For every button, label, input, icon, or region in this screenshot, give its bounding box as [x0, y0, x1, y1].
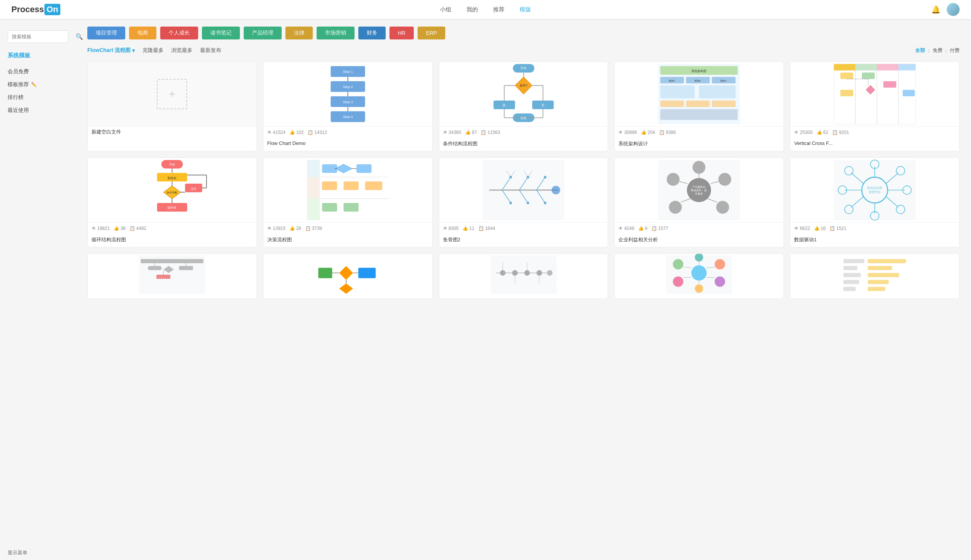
category-tabs: 项目管理 电商 个人成长 读书笔记 产品经理 法律 市场营销 财务 HR ERP — [87, 27, 959, 40]
svg-rect-56 — [903, 90, 915, 97]
sidebar-item-recommend[interactable]: 模板推荐 ✏️ — [8, 78, 68, 91]
svg-point-183 — [695, 285, 703, 293]
filter-latest[interactable]: 最新发布 — [200, 47, 221, 54]
template-card-blank[interactable]: + 新建空白文件 — [87, 62, 257, 152]
svg-text:Step 4: Step 4 — [343, 115, 353, 119]
svg-point-178 — [673, 259, 684, 270]
svg-rect-199 — [868, 280, 889, 284]
template-card-flowchart-demo[interactable]: Step 1 Step 2 Step 3 Step 4 👁 41524 👍 10… — [263, 62, 433, 152]
cat-btn-personal[interactable]: 个人成长 — [160, 27, 198, 40]
svg-point-180 — [715, 277, 726, 287]
sidebar-item-member-free[interactable]: 会员免费 — [8, 65, 68, 78]
template-card-enterprise-benefit[interactable]: 产品服务化 降低成本、提 升服务 — [614, 157, 784, 247]
svg-point-120 — [716, 201, 729, 213]
svg-text:模块A: 模块A — [669, 80, 675, 82]
template-card-fishbone2[interactable]: 👁 8305 👍 11 📋 1644 鱼骨图2 — [439, 157, 609, 247]
svg-text:模块C: 模块C — [721, 80, 727, 82]
template-card-loop-flow[interactable]: 开始 初始化 条件判断 循环体 返回 👁 19821 👍 38 📋 4492 循… — [87, 157, 257, 247]
vertical-cross-svg — [790, 62, 959, 126]
template-card-system-arch[interactable]: 系统架构层 模块A 模块B 模块C 👁 30899 👍 204 📋 9386 系… — [614, 62, 784, 152]
logo[interactable]: ProcessOn — [12, 4, 60, 15]
svg-rect-195 — [843, 287, 856, 291]
user-avatar[interactable] — [947, 3, 959, 16]
svg-rect-54 — [862, 72, 875, 79]
cat-btn-project[interactable]: 项目管理 — [87, 27, 125, 40]
filter-free[interactable]: 免费 — [933, 47, 943, 54]
row3-3-svg — [439, 254, 608, 295]
card-title-vertical-cross: Vertical Cross F... — [790, 138, 959, 150]
svg-rect-90 — [322, 203, 337, 212]
svg-point-168 — [512, 270, 518, 276]
main-layout: 🔍 系统模板 会员免费 模板推荐 ✏️ 排行榜 最近使用 项目管理 电商 个人成… — [0, 19, 971, 560]
nav-mine[interactable]: 我的 — [467, 6, 478, 13]
chevron-down-icon: ▾ — [132, 47, 135, 53]
sidebar-item-recent[interactable]: 最近使用 — [8, 104, 68, 117]
search-input[interactable] — [12, 34, 75, 40]
svg-rect-55 — [883, 81, 896, 88]
template-card-row3-3[interactable] — [439, 253, 609, 299]
svg-rect-82 — [307, 177, 320, 199]
template-card-vertical-cross[interactable]: 👁 25300 👍 62 📋 9201 Vertical Cross F... — [790, 62, 959, 152]
template-card-data-driven[interactable]: 专业化运营 管理平台 — [790, 157, 959, 247]
show-menu-bar[interactable]: 显示菜单 — [0, 546, 35, 560]
sidebar-item-recent-label: 最近使用 — [8, 107, 29, 114]
card-image-row3-4 — [614, 254, 784, 295]
stat-clones: 📋 1644 — [478, 226, 496, 231]
row3-4-svg — [614, 254, 784, 295]
header-right: 🔔 — [931, 3, 959, 16]
template-card-condition-flow[interactable]: 开始 条件? 是 否 结束 👁 34360 👍 87 📋 11563 条件结构流… — [439, 62, 609, 152]
svg-text:是: 是 — [502, 103, 506, 107]
card-title-fishbone2: 鱼骨图2 — [439, 234, 608, 247]
sidebar-item-member-free-label: 会员免费 — [8, 68, 29, 75]
sidebar-item-recommend-label: 模板推荐 — [8, 81, 29, 88]
filter-view-most[interactable]: 浏览最多 — [171, 47, 192, 54]
main-content: 项目管理 电商 个人成长 读书笔记 产品经理 法律 市场营销 财务 HR ERP… — [76, 19, 971, 560]
filter-clone-most[interactable]: 克隆最多 — [142, 47, 164, 54]
cat-btn-law[interactable]: 法律 — [285, 27, 313, 40]
sidebar-item-ranking[interactable]: 排行榜 — [8, 91, 68, 104]
card-stats-enterprise-benefit: 👁 4246 👍 6 📋 1577 — [614, 222, 784, 234]
template-card-row3-1[interactable] — [87, 253, 257, 299]
svg-rect-158 — [318, 268, 332, 278]
card-image-data-driven: 专业化运营 管理平台 — [790, 158, 959, 222]
template-card-row3-2[interactable] — [263, 253, 433, 299]
card-image-loop-flow: 开始 初始化 条件判断 循环体 返回 — [88, 158, 257, 222]
template-card-row3-5[interactable] — [790, 253, 959, 299]
stat-clones: 📋 4492 — [129, 226, 147, 231]
svg-rect-38 — [686, 100, 710, 107]
filter-bar: FlowChart 流程图 ▾ 克隆最多 浏览最多 最新发布 全部 | 免费 |… — [87, 47, 959, 54]
cat-btn-finance[interactable]: 财务 — [358, 27, 385, 40]
cat-btn-ecommerce[interactable]: 电商 — [129, 27, 157, 40]
svg-rect-53 — [841, 72, 853, 79]
nav-group[interactable]: 小组 — [440, 6, 451, 13]
svg-text:条件判断: 条件判断 — [167, 191, 177, 194]
template-card-decision-flow[interactable]: 👁 13915 👍 26 📋 3739 决策流程图 — [263, 157, 433, 247]
loop-flow-svg: 开始 初始化 条件判断 循环体 返回 — [88, 158, 257, 222]
stat-views: 👁 13915 — [267, 226, 285, 231]
cat-btn-notes[interactable]: 读书笔记 — [202, 27, 240, 40]
filter-paid[interactable]: 付费 — [950, 47, 959, 54]
nav-recommend[interactable]: 推荐 — [493, 6, 504, 13]
search-box[interactable]: 🔍 — [8, 30, 68, 43]
svg-text:降低成本、提: 降低成本、提 — [691, 189, 707, 192]
stat-views: 👁 19821 — [92, 226, 110, 231]
svg-rect-35 — [661, 85, 695, 98]
svg-rect-51 — [877, 64, 899, 70]
notification-bell-icon[interactable]: 🔔 — [931, 5, 941, 14]
svg-point-111 — [527, 202, 529, 205]
template-card-row3-4[interactable] — [614, 253, 784, 299]
nav-template[interactable]: 模版 — [520, 6, 531, 13]
filter-all[interactable]: 全部 — [915, 47, 925, 54]
svg-rect-83 — [307, 199, 320, 220]
svg-point-107 — [509, 176, 512, 179]
cat-btn-erp[interactable]: ERP — [417, 27, 445, 40]
cat-btn-marketing[interactable]: 市场营销 — [317, 27, 355, 40]
filter-type-dropdown[interactable]: FlowChart 流程图 ▾ — [87, 47, 135, 54]
cat-btn-hr[interactable]: HR — [389, 27, 414, 40]
card-image-row3-2 — [264, 254, 432, 295]
cat-btn-pm[interactable]: 产品经理 — [244, 27, 282, 40]
stat-views: 👁 8305 — [443, 226, 459, 231]
stat-views: 👁 25300 — [794, 130, 813, 135]
svg-rect-37 — [661, 100, 684, 107]
svg-rect-192 — [843, 266, 858, 270]
